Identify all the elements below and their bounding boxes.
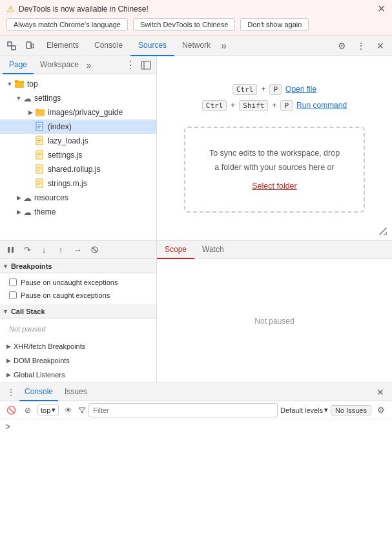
step-into-button[interactable]: ↓: [36, 242, 52, 258]
run-command-link[interactable]: Run command: [296, 101, 347, 110]
global-listeners-header[interactable]: ▶ Global Listeners: [0, 368, 156, 382]
dom-arrow: ▶: [6, 357, 11, 364]
chevron-down-icon: ▾: [52, 406, 56, 414]
debug-right-panel: Scope Watch Not paused: [157, 241, 392, 383]
toggle-sidebar-button[interactable]: [138, 56, 154, 74]
tree-item-lazy-load[interactable]: lazy_load.js: [0, 134, 156, 148]
console-input-row: >: [0, 419, 392, 434]
resize-icon: [378, 227, 387, 236]
console-filter-input[interactable]: [88, 403, 278, 417]
filter-icon: [78, 406, 86, 414]
call-stack-content: Not paused: [0, 319, 156, 339]
main-content-area: Page Workspace » ⋮ ▼ top: [0, 56, 392, 240]
tree-item-images[interactable]: ▶ images/privacy_guide: [0, 105, 156, 120]
xhr-breakpoints-header[interactable]: ▶ XHR/fetch Breakpoints: [0, 339, 156, 353]
debug-sections[interactable]: ▼ Breakpoints Pause on uncaught exceptio…: [0, 259, 156, 383]
levels-dropdown[interactable]: Default levels ▾: [280, 406, 328, 414]
tree-label-strings: strings.m.js: [48, 179, 87, 188]
tree-item-strings[interactable]: strings.m.js: [0, 176, 156, 191]
close-devtools-button[interactable]: ✕: [371, 37, 389, 55]
scope-content: Not paused: [157, 259, 392, 383]
select-folder-link[interactable]: Select folder: [206, 179, 343, 194]
console-prompt: >: [5, 421, 10, 432]
xhr-arrow: ▶: [6, 343, 11, 350]
notification-title: ⚠ DevTools is now available in Chinese!: [6, 4, 386, 14]
tree-item-resources[interactable]: ▶ ☁ resources: [0, 191, 156, 205]
clear-console-button[interactable]: 🚫: [4, 403, 18, 417]
no-issues-badge: No Issues: [331, 405, 371, 415]
pause-uncaught-checkbox[interactable]: Pause on uncaught exceptions: [0, 276, 156, 289]
settings-button[interactable]: ⚙: [333, 37, 351, 55]
tab-elements[interactable]: Elements: [39, 36, 87, 56]
tab-sources[interactable]: Sources: [130, 36, 174, 56]
p-key2: P: [280, 100, 293, 111]
call-stack-header[interactable]: ▼ Call Stack: [0, 304, 156, 319]
tree-item-settings[interactable]: ▼ ☁ settings: [0, 91, 156, 105]
scope-tab-scope[interactable]: Scope: [157, 241, 194, 259]
breakpoints-header[interactable]: ▼ Breakpoints: [0, 259, 156, 273]
sidebar-toggle-icon: [141, 60, 151, 70]
tree-item-theme[interactable]: ▶ ☁ theme: [0, 205, 156, 219]
tree-label-settings-js: settings.js: [48, 151, 82, 160]
close-notification-button[interactable]: ✕: [377, 4, 386, 14]
console-input[interactable]: [13, 420, 387, 433]
tab-console[interactable]: Console: [87, 36, 130, 56]
inspect-icon-button[interactable]: [3, 37, 21, 55]
pause-button[interactable]: [3, 242, 18, 258]
file-icon-index: [35, 121, 45, 132]
event-listener-header[interactable]: ▶ Event Listener Breakpoints: [0, 382, 156, 383]
svg-rect-4: [141, 61, 150, 69]
drop-zone[interactable]: To sync edits to the workspace, drop a f…: [184, 127, 365, 213]
step-over-button[interactable]: ↷: [19, 242, 35, 258]
folder-icon-images: [35, 107, 45, 118]
pause-caught-checkbox[interactable]: Pause on caught exceptions: [0, 289, 156, 302]
switch-to-chinese-button[interactable]: Switch DevTools to Chinese: [133, 18, 235, 31]
sub-tab-menu-button[interactable]: ⋮: [123, 56, 138, 74]
tree-arrow-images: ▶: [26, 108, 35, 117]
panel-resize-button[interactable]: [377, 225, 389, 238]
console-tab-console[interactable]: Console: [19, 383, 58, 401]
deactivate-button[interactable]: [87, 242, 102, 258]
tree-item-index[interactable]: (index): [0, 120, 156, 134]
sub-tab-page[interactable]: Page: [3, 56, 34, 74]
console-menu-button[interactable]: ⋮: [4, 385, 18, 399]
match-language-button[interactable]: Always match Chrome's language: [6, 18, 128, 31]
tree-label-settings: settings: [34, 94, 61, 103]
svg-rect-28: [8, 247, 10, 253]
tree-label-theme: theme: [34, 207, 56, 216]
console-header: ⋮ Console Issues ✕: [0, 383, 392, 401]
dont-show-again-button[interactable]: Don't show again: [240, 18, 309, 31]
inspect-icon: [7, 41, 16, 50]
tree-item-top[interactable]: ▼ top: [0, 77, 156, 91]
device-toolbar-button[interactable]: [21, 37, 39, 55]
block-requests-button[interactable]: ⊘: [21, 403, 35, 417]
scope-tab-watch[interactable]: Watch: [194, 241, 232, 259]
open-file-link[interactable]: Open file: [285, 85, 316, 94]
console-tab-issues[interactable]: Issues: [59, 383, 92, 401]
folder-icon-top: [14, 79, 25, 89]
scope-tabs: Scope Watch: [157, 241, 392, 259]
dom-breakpoints-header[interactable]: ▶ DOM Breakpoints: [0, 353, 156, 368]
context-selector[interactable]: top ▾: [37, 404, 59, 415]
tree-item-shared-rollup[interactable]: shared.rollup.js: [0, 162, 156, 176]
pause-caught-input[interactable]: [9, 291, 17, 299]
call-stack-arrow: ▼: [3, 308, 8, 315]
more-sub-tabs[interactable]: »: [85, 60, 93, 70]
file-icon-lazy-load: [35, 136, 45, 146]
step-button[interactable]: →: [70, 242, 85, 258]
step-out-button[interactable]: ↑: [53, 242, 68, 258]
sub-tab-workspace[interactable]: Workspace: [34, 56, 85, 74]
plus1: +: [261, 85, 265, 94]
right-panel: Ctrl + P Open file Ctrl + Shift + P Run …: [157, 56, 392, 240]
pause-uncaught-input[interactable]: [9, 278, 17, 286]
more-tabs-button[interactable]: »: [218, 36, 229, 56]
context-label: top: [41, 406, 50, 414]
tree-item-settings-js[interactable]: settings.js: [0, 148, 156, 162]
debug-left-panel: ↷ ↓ ↑ → ▼ Breakpoints Pause on uncaugh: [0, 241, 157, 383]
close-console-button[interactable]: ✕: [373, 384, 388, 400]
eye-icon-button[interactable]: 👁: [61, 403, 76, 417]
console-settings-button[interactable]: ⚙: [374, 403, 388, 417]
levels-label: Default levels: [280, 406, 323, 414]
more-options-button[interactable]: ⋮: [352, 37, 370, 55]
tab-network[interactable]: Network: [174, 36, 218, 56]
